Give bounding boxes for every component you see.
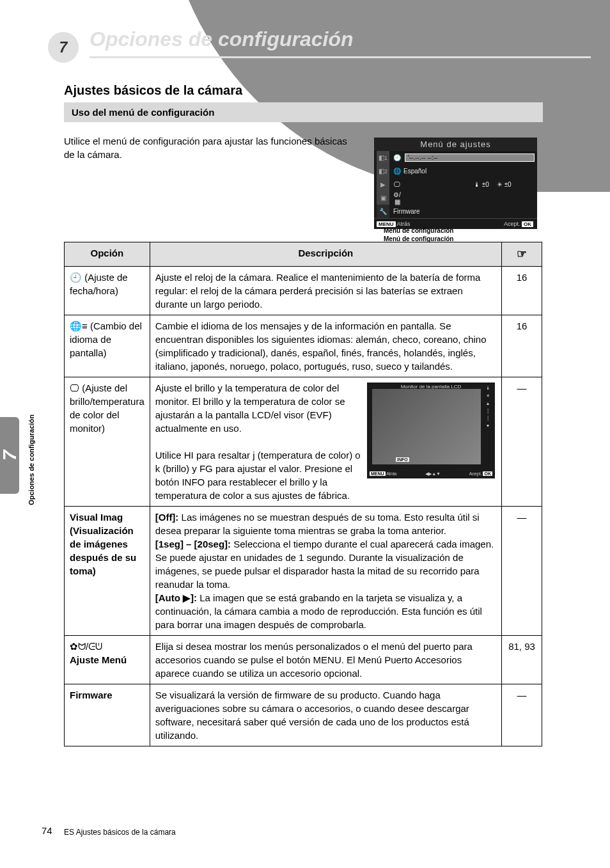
col-description-header: Descripción	[150, 242, 501, 267]
label-off: [Off]:	[155, 512, 179, 523]
table-row: 🌐≡ (Cambio del idioma de pantalla) Cambi…	[65, 315, 542, 377]
chapter-title: Opciones de configuración	[90, 28, 591, 58]
row-monitor-desc-p1: Ajuste el brillo y la temperatura de col…	[155, 383, 345, 434]
preview-footer: MENU Atrás ◀▶▲▼ Acept. OK	[370, 471, 492, 477]
menu-tab-play: ▶	[377, 178, 389, 191]
desc-off: Las imágenes no se muestran después de s…	[155, 512, 480, 536]
section-heading-bar: Uso del menú de configuración	[64, 102, 543, 122]
monitor-preview: Monitor de la pantalla LCD 🌡 ☀ ▲┆┆▼ INFO…	[367, 383, 495, 478]
row-lang-ref: 16	[502, 315, 542, 377]
label-on: [1seg] – [20seg]:	[155, 539, 231, 549]
col-option-header: Opción	[65, 242, 150, 267]
col-ref-header: ☞	[502, 242, 542, 267]
row-firmware-ref: —	[502, 684, 542, 746]
menu-footer-accept: Acept.	[504, 221, 520, 227]
row-menuset-ref: 81, 93	[502, 636, 542, 684]
row-lang-option: 🌐≡ (Cambio del idioma de pantalla)	[65, 315, 150, 377]
table-row: ✿ᗢ/ᕮᕫAjuste Menú Elija si desea mostrar …	[65, 636, 542, 684]
preview-accept: Acept.	[469, 471, 482, 476]
row-visual-desc: [Off]: Las imágenes no se muestran despu…	[150, 507, 501, 636]
gears-menu-icon: ✿ᗢ/ᕮᕫ	[70, 641, 102, 652]
row-monitor-desc: Monitor de la pantalla LCD 🌡 ☀ ▲┆┆▼ INFO…	[150, 377, 501, 507]
menu-row-language: Español	[403, 168, 535, 175]
pointing-hand-icon: ☞	[517, 248, 527, 260]
row-menuset-desc: Elija si desea mostrar los menús persona…	[150, 636, 501, 684]
row-clock-option: 🕘 (Ajuste de fecha/hora)	[65, 267, 150, 315]
menu-tag-icon: MENU	[377, 221, 396, 227]
table-header-row: Opción Descripción ☞	[65, 242, 542, 267]
thermometer-icon: 🌡	[486, 385, 490, 391]
chapter-number-circle: 7	[48, 32, 79, 63]
clock-icon: 🕘	[70, 272, 82, 283]
menu-j-value: ±0	[482, 181, 489, 188]
row-monitor-label: (Ajuste del brillo/temperatura de color …	[70, 383, 145, 434]
row-visual-option: Visual Imag (Visualización de imágenes d…	[65, 507, 150, 636]
footer-page-number: 74	[42, 825, 52, 836]
menu-tab-shoot1: ◧1	[377, 151, 389, 164]
row-monitor-ref: —	[502, 377, 542, 507]
row-menuset-label: Ajuste Menú	[70, 654, 127, 665]
table-row: 🕘 (Ajuste de fecha/hora) Ajuste el reloj…	[65, 267, 542, 315]
label-auto: [Auto ▶]:	[155, 592, 197, 603]
menu-k-value: ±0	[504, 181, 512, 188]
menu-tab-playback2: ▣	[377, 191, 389, 205]
menu-row-firmware: Firmware	[391, 208, 535, 215]
chapter-number: 7	[59, 39, 68, 56]
row-firmware-option: Firmware	[65, 684, 150, 746]
menu-tag-icon: MENU	[370, 471, 386, 476]
row-firmware-label: Firmware	[70, 690, 113, 700]
ok-tag-icon: OK	[522, 221, 533, 227]
row-clock-ref: 16	[502, 267, 542, 315]
menu-caption-1: Menú de configuración	[384, 227, 453, 234]
globe-menu-icon: 🌐≡	[70, 320, 88, 331]
brightness-icon: ☀	[486, 393, 490, 399]
desc-auto: La imagen que se está grabando en la tar…	[155, 592, 482, 630]
preview-back: Atrás	[386, 471, 396, 476]
options-table: Opción Descripción ☞ 🕘 (Ajuste de fecha/…	[64, 242, 542, 746]
row-visual-label: Visual Imag (Visualización de imágenes d…	[70, 512, 136, 576]
side-chapter-label: Opciones de configuración	[27, 414, 35, 505]
monitor-adjust-icon: 🖵	[391, 181, 403, 188]
row-lang-desc: Cambie el idioma de los mensajes y de la…	[150, 315, 501, 377]
table-row: 🖵 (Ajuste del brillo/temperatura de colo…	[65, 377, 542, 507]
row-clock-desc: Ajuste el reloj de la cámara. Realice el…	[150, 267, 501, 315]
preview-image	[372, 389, 481, 464]
menu-row-monitor-right: ☀ ±0	[497, 181, 512, 188]
info-tag-icon: INFO	[396, 457, 409, 462]
menu-simulator: Menú de ajustes ◧1 🕘 '--.--.-- --:-- ◧2 …	[374, 138, 537, 229]
menu-tab-shoot2: ◧2	[377, 164, 389, 178]
clock-icon: 🕘	[391, 154, 403, 161]
menu-tab-setup: 🔧	[377, 205, 389, 218]
monitor-adjust-icon: 🖵	[70, 383, 79, 393]
preview-sidebar: 🌡 ☀ ▲┆┆▼	[482, 385, 494, 467]
globe-menu-icon: 🌐	[391, 168, 403, 175]
dpad-arrows-icon: ◀▶▲▼	[425, 471, 441, 477]
table-row: Firmware Se visualizará la versión de fi…	[65, 684, 542, 746]
menu-footer-back: Atrás	[397, 221, 411, 227]
section-body: Utilice el menú de configuración para aj…	[64, 134, 358, 161]
footer-title: ES Ajustes básicos de la cámara	[64, 828, 176, 837]
menu-sim-title: Menú de ajustes	[374, 138, 537, 151]
row-monitor-option: 🖵 (Ajuste del brillo/temperatura de colo…	[65, 377, 150, 507]
row-visual-ref: —	[502, 507, 542, 636]
row-firmware-desc: Se visualizará la versión de firmware de…	[150, 684, 501, 746]
gears-menu-icon: ⚙/▦	[391, 191, 403, 205]
side-chapter-tab: 7	[0, 417, 19, 494]
side-chapter-number: 7	[0, 450, 20, 461]
ok-tag-icon: OK	[483, 471, 492, 476]
row-menuset-option: ✿ᗢ/ᕮᕫAjuste Menú	[65, 636, 150, 684]
menu-row-datetime: '--.--.-- --:--	[405, 154, 535, 162]
table-row: Visual Imag (Visualización de imágenes d…	[65, 507, 542, 636]
chapter-subtitle: Ajustes básicos de la cámara	[64, 83, 242, 98]
row-monitor-desc-p2: Utilice HI para resaltar j (temperatura …	[155, 450, 361, 501]
menu-row-monitor-left: 🌡 ±0	[474, 181, 489, 188]
